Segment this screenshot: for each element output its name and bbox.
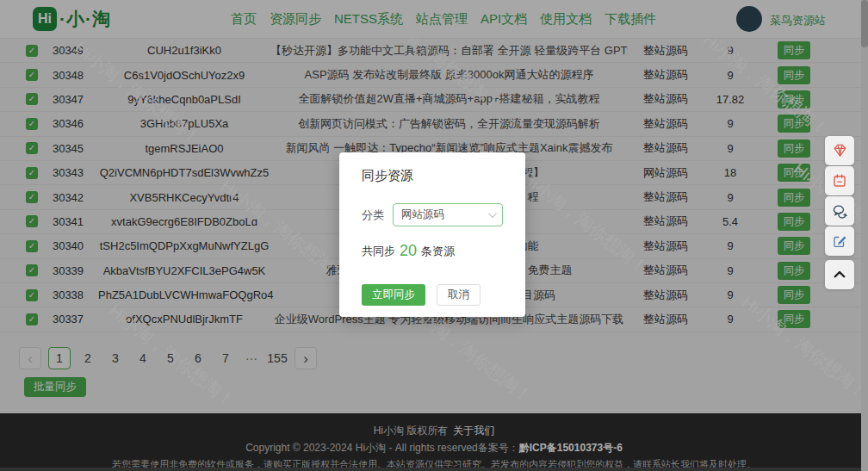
summary-prefix: 共同步 bbox=[362, 244, 395, 259]
cancel-button[interactable]: 取消 bbox=[437, 284, 480, 306]
vip-gem-button[interactable] bbox=[825, 136, 854, 165]
comments-button[interactable] bbox=[825, 196, 854, 226]
sync-resource-modal: 同步资源 分类 网站源码 共同步 20 条资源 立即同步 取消 bbox=[339, 152, 525, 317]
sign-in-calendar-button[interactable] bbox=[825, 166, 854, 195]
feedback-edit-button[interactable] bbox=[825, 226, 854, 256]
category-selected-value: 网站源码 bbox=[401, 208, 444, 222]
gem-icon bbox=[832, 143, 848, 159]
floating-toolbar bbox=[825, 136, 854, 289]
modal-title: 同步资源 bbox=[362, 168, 525, 184]
confirm-sync-button[interactable]: 立即同步 bbox=[362, 284, 425, 306]
category-label: 分类 bbox=[362, 208, 384, 223]
back-to-top-button[interactable] bbox=[825, 260, 854, 289]
chevron-up-icon bbox=[832, 267, 847, 282]
summary-count: 20 bbox=[400, 242, 417, 260]
summary-suffix: 条资源 bbox=[421, 244, 455, 259]
category-select[interactable]: 网站源码 bbox=[393, 203, 503, 226]
chevron-down-icon bbox=[488, 209, 497, 218]
chat-bubbles-icon bbox=[832, 203, 848, 220]
calendar-icon bbox=[832, 173, 847, 189]
edit-icon bbox=[832, 233, 847, 249]
sync-summary: 共同步 20 条资源 bbox=[362, 242, 525, 260]
